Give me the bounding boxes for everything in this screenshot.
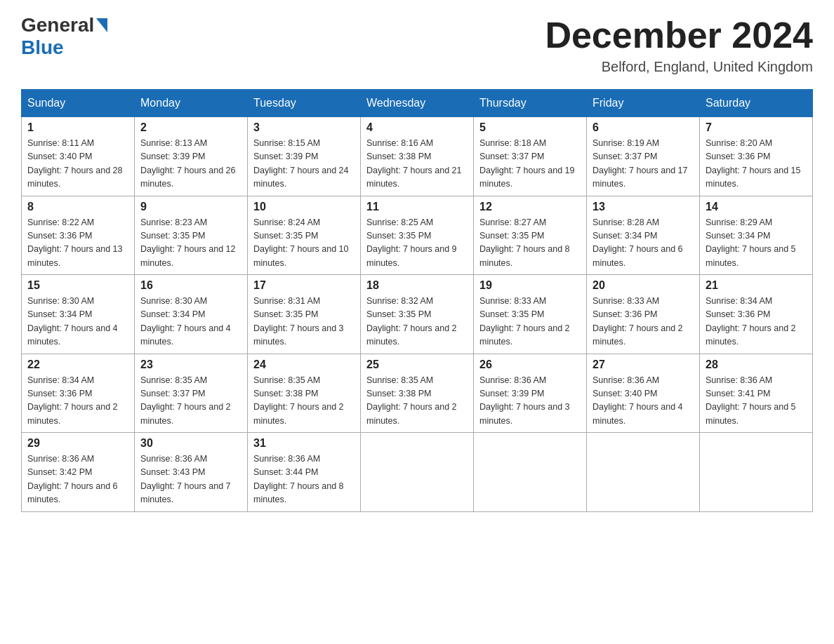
calendar-table: SundayMondayTuesdayWednesdayThursdayFrid… xyxy=(21,89,813,512)
calendar-day-cell: 26Sunrise: 8:36 AMSunset: 3:39 PMDayligh… xyxy=(474,354,587,433)
calendar-day-cell: 14Sunrise: 8:29 AMSunset: 3:34 PMDayligh… xyxy=(700,196,813,275)
calendar-day-cell: 31Sunrise: 8:36 AMSunset: 3:44 PMDayligh… xyxy=(248,433,361,512)
calendar-day-cell: 5Sunrise: 8:18 AMSunset: 3:37 PMDaylight… xyxy=(474,117,587,196)
day-number: 28 xyxy=(706,358,807,371)
day-number: 5 xyxy=(479,121,581,134)
day-info: Sunrise: 8:34 AMSunset: 3:36 PMDaylight:… xyxy=(27,374,128,429)
calendar-day-cell: 19Sunrise: 8:33 AMSunset: 3:35 PMDayligh… xyxy=(474,275,587,354)
calendar-day-cell: 10Sunrise: 8:24 AMSunset: 3:35 PMDayligh… xyxy=(248,196,361,275)
calendar-day-cell xyxy=(361,433,474,512)
day-info: Sunrise: 8:35 AMSunset: 3:38 PMDaylight:… xyxy=(366,374,468,429)
weekday-header-saturday: Saturday xyxy=(700,90,813,117)
day-info: Sunrise: 8:36 AMSunset: 3:39 PMDaylight:… xyxy=(479,374,581,429)
calendar-day-cell: 28Sunrise: 8:36 AMSunset: 3:41 PMDayligh… xyxy=(700,354,813,433)
logo-blue-text: Blue xyxy=(21,36,64,59)
day-number: 21 xyxy=(706,279,807,292)
day-number: 23 xyxy=(140,358,241,371)
day-info: Sunrise: 8:16 AMSunset: 3:38 PMDaylight:… xyxy=(366,137,468,192)
day-info: Sunrise: 8:33 AMSunset: 3:35 PMDaylight:… xyxy=(479,295,581,349)
day-info: Sunrise: 8:27 AMSunset: 3:35 PMDaylight:… xyxy=(479,216,581,271)
day-number: 10 xyxy=(253,201,355,213)
calendar-week-row: 15Sunrise: 8:30 AMSunset: 3:34 PMDayligh… xyxy=(22,275,813,354)
day-number: 14 xyxy=(706,201,807,213)
day-number: 27 xyxy=(593,358,694,371)
day-number: 20 xyxy=(593,279,694,292)
day-info: Sunrise: 8:32 AMSunset: 3:35 PMDaylight:… xyxy=(366,295,468,349)
calendar-day-cell: 22Sunrise: 8:34 AMSunset: 3:36 PMDayligh… xyxy=(22,354,135,433)
day-number: 8 xyxy=(27,201,128,213)
day-number: 31 xyxy=(253,437,355,450)
day-info: Sunrise: 8:28 AMSunset: 3:34 PMDaylight:… xyxy=(593,216,694,271)
weekday-header-friday: Friday xyxy=(587,90,700,117)
day-info: Sunrise: 8:30 AMSunset: 3:34 PMDaylight:… xyxy=(140,295,241,349)
day-info: Sunrise: 8:30 AMSunset: 3:34 PMDaylight:… xyxy=(27,295,128,349)
day-info: Sunrise: 8:23 AMSunset: 3:35 PMDaylight:… xyxy=(140,216,241,271)
day-number: 16 xyxy=(140,279,241,292)
calendar-day-cell: 7Sunrise: 8:20 AMSunset: 3:36 PMDaylight… xyxy=(700,117,813,196)
weekday-header-thursday: Thursday xyxy=(474,90,587,117)
calendar-day-cell: 17Sunrise: 8:31 AMSunset: 3:35 PMDayligh… xyxy=(248,275,361,354)
day-info: Sunrise: 8:36 AMSunset: 3:43 PMDaylight:… xyxy=(140,452,241,507)
logo: General Blue xyxy=(21,14,110,59)
weekday-header-tuesday: Tuesday xyxy=(248,90,361,117)
calendar-week-row: 8Sunrise: 8:22 AMSunset: 3:36 PMDaylight… xyxy=(22,196,813,275)
day-info: Sunrise: 8:11 AMSunset: 3:40 PMDaylight:… xyxy=(27,137,128,192)
calendar-day-cell: 4Sunrise: 8:16 AMSunset: 3:38 PMDaylight… xyxy=(361,117,474,196)
calendar-day-cell: 27Sunrise: 8:36 AMSunset: 3:40 PMDayligh… xyxy=(587,354,700,433)
calendar-week-row: 29Sunrise: 8:36 AMSunset: 3:42 PMDayligh… xyxy=(22,433,813,512)
weekday-header-sunday: Sunday xyxy=(22,90,135,117)
calendar-day-cell: 24Sunrise: 8:35 AMSunset: 3:38 PMDayligh… xyxy=(248,354,361,433)
calendar-day-cell: 25Sunrise: 8:35 AMSunset: 3:38 PMDayligh… xyxy=(361,354,474,433)
day-info: Sunrise: 8:36 AMSunset: 3:44 PMDaylight:… xyxy=(253,452,355,507)
calendar-day-cell: 23Sunrise: 8:35 AMSunset: 3:37 PMDayligh… xyxy=(135,354,248,433)
calendar-week-row: 22Sunrise: 8:34 AMSunset: 3:36 PMDayligh… xyxy=(22,354,813,433)
day-info: Sunrise: 8:15 AMSunset: 3:39 PMDaylight:… xyxy=(253,137,355,192)
day-info: Sunrise: 8:13 AMSunset: 3:39 PMDaylight:… xyxy=(140,137,241,192)
day-number: 15 xyxy=(27,279,128,292)
calendar-day-cell: 1Sunrise: 8:11 AMSunset: 3:40 PMDaylight… xyxy=(22,117,135,196)
calendar-day-cell: 18Sunrise: 8:32 AMSunset: 3:35 PMDayligh… xyxy=(361,275,474,354)
calendar-day-cell: 16Sunrise: 8:30 AMSunset: 3:34 PMDayligh… xyxy=(135,275,248,354)
calendar-title: December 2024 xyxy=(545,14,813,56)
day-number: 19 xyxy=(479,279,581,292)
day-info: Sunrise: 8:31 AMSunset: 3:35 PMDaylight:… xyxy=(253,295,355,349)
logo-general-text: General xyxy=(21,14,94,36)
day-info: Sunrise: 8:19 AMSunset: 3:37 PMDaylight:… xyxy=(593,137,694,192)
day-info: Sunrise: 8:35 AMSunset: 3:38 PMDaylight:… xyxy=(253,374,355,429)
day-info: Sunrise: 8:25 AMSunset: 3:35 PMDaylight:… xyxy=(366,216,468,271)
day-number: 18 xyxy=(366,279,468,292)
day-number: 12 xyxy=(479,201,581,213)
calendar-day-cell: 30Sunrise: 8:36 AMSunset: 3:43 PMDayligh… xyxy=(135,433,248,512)
calendar-day-cell: 3Sunrise: 8:15 AMSunset: 3:39 PMDaylight… xyxy=(248,117,361,196)
day-number: 4 xyxy=(366,121,468,134)
day-info: Sunrise: 8:34 AMSunset: 3:36 PMDaylight:… xyxy=(706,295,807,349)
calendar-day-cell xyxy=(700,433,813,512)
day-number: 11 xyxy=(366,201,468,213)
calendar-week-row: 1Sunrise: 8:11 AMSunset: 3:40 PMDaylight… xyxy=(22,117,813,196)
day-number: 17 xyxy=(253,279,355,292)
day-number: 25 xyxy=(366,358,468,371)
day-number: 1 xyxy=(27,121,128,134)
calendar-day-cell: 21Sunrise: 8:34 AMSunset: 3:36 PMDayligh… xyxy=(700,275,813,354)
title-area: December 2024 Belford, England, United K… xyxy=(545,14,813,75)
calendar-day-cell: 2Sunrise: 8:13 AMSunset: 3:39 PMDaylight… xyxy=(135,117,248,196)
day-number: 26 xyxy=(479,358,581,371)
day-info: Sunrise: 8:24 AMSunset: 3:35 PMDaylight:… xyxy=(253,216,355,271)
day-info: Sunrise: 8:20 AMSunset: 3:36 PMDaylight:… xyxy=(706,137,807,192)
day-number: 2 xyxy=(140,121,241,134)
day-number: 13 xyxy=(593,201,694,213)
calendar-day-cell: 29Sunrise: 8:36 AMSunset: 3:42 PMDayligh… xyxy=(22,433,135,512)
day-number: 9 xyxy=(140,201,241,213)
day-number: 22 xyxy=(27,358,128,371)
calendar-day-cell: 6Sunrise: 8:19 AMSunset: 3:37 PMDaylight… xyxy=(587,117,700,196)
day-info: Sunrise: 8:29 AMSunset: 3:34 PMDaylight:… xyxy=(706,216,807,271)
calendar-subtitle: Belford, England, United Kingdom xyxy=(545,59,813,75)
day-number: 29 xyxy=(27,437,128,450)
calendar-day-cell: 12Sunrise: 8:27 AMSunset: 3:35 PMDayligh… xyxy=(474,196,587,275)
day-number: 6 xyxy=(593,121,694,134)
weekday-header-monday: Monday xyxy=(135,90,248,117)
day-info: Sunrise: 8:36 AMSunset: 3:42 PMDaylight:… xyxy=(27,452,128,507)
calendar-day-cell: 15Sunrise: 8:30 AMSunset: 3:34 PMDayligh… xyxy=(22,275,135,354)
calendar-day-cell: 9Sunrise: 8:23 AMSunset: 3:35 PMDaylight… xyxy=(135,196,248,275)
page-header: General Blue December 2024 Belford, Engl… xyxy=(21,14,813,75)
